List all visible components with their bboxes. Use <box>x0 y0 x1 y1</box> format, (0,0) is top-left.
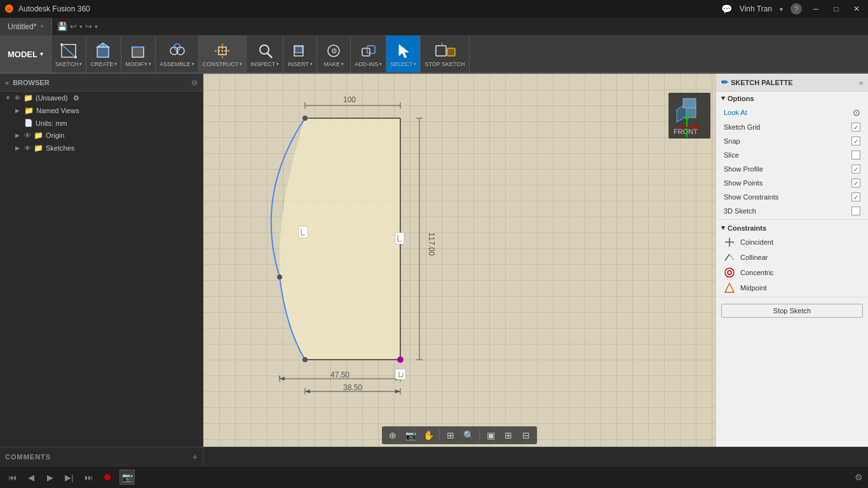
options-section-title[interactable]: ▾ Options <box>716 92 868 105</box>
viewport-zoom-btn[interactable]: 🔍 <box>460 428 477 443</box>
named-views-expand-icon[interactable]: ▶ <box>15 107 22 114</box>
named-views-label: Named Views <box>36 107 79 114</box>
svg-text:⚙: ⚙ <box>331 47 337 55</box>
sketch-drawing[interactable]: 100 117.00 47.50 38.50 <box>222 86 540 447</box>
palette-item-3d-sketch[interactable]: 3D Sketch <box>716 204 868 218</box>
model-button[interactable]: MODEL ▾ <box>0 36 51 72</box>
sketch-grid-checkbox[interactable]: ✓ <box>851 123 860 132</box>
show-points-label: Show Points <box>724 179 763 187</box>
constraint-coincident[interactable]: Coincident <box>716 234 868 250</box>
undo-arrow-icon[interactable]: ▾ <box>79 24 83 30</box>
maximize-button[interactable]: □ <box>830 3 843 15</box>
3d-sketch-checkbox[interactable] <box>851 207 860 215</box>
palette-expand-icon[interactable]: » <box>859 79 863 86</box>
comments-add-icon[interactable]: + <box>193 452 198 462</box>
addins-toolbar-icon <box>356 41 381 61</box>
settings-icon[interactable]: ⚙ <box>855 472 863 482</box>
undo-icon[interactable]: ↩ <box>70 22 77 31</box>
sketches-eye-icon[interactable]: 👁 <box>24 144 31 152</box>
nav-next-btn[interactable]: ▶| <box>62 470 76 484</box>
svg-rect-27 <box>447 48 455 56</box>
toolbar-addins[interactable]: ADD-INS ▾ <box>351 36 386 72</box>
browser-item-sketches[interactable]: ▶ 👁 📁 Sketches <box>0 142 203 154</box>
record-button[interactable] <box>100 470 114 484</box>
palette-item-show-constraints[interactable]: Show Constraints ✓ <box>716 190 868 204</box>
stop-sketch-button[interactable]: Stop Sketch <box>721 304 863 318</box>
viewport-display2-btn[interactable]: ⊞ <box>500 428 517 443</box>
show-constraints-checkbox[interactable]: ✓ <box>851 193 860 201</box>
document-tab[interactable]: Untitled* × <box>0 18 52 35</box>
palette-item-look-at[interactable]: Look At ⊙ <box>716 105 868 120</box>
redo-icon[interactable]: ↪ <box>85 22 92 31</box>
toolbar-inspect[interactable]: INSPECT ▾ <box>247 36 283 72</box>
nav-last-btn[interactable]: ⏭ <box>81 470 95 484</box>
root-eye-icon[interactable]: 👁 <box>14 94 21 102</box>
svg-point-3 <box>74 56 77 58</box>
svg-point-70 <box>397 356 403 363</box>
show-points-checkbox[interactable]: ✓ <box>851 179 860 187</box>
statusbar: ⏮ ◀ ▶ ▶| ⏭ 📷 ⚙ <box>0 466 868 488</box>
constraint-concentric[interactable]: Concentric <box>716 265 868 280</box>
toolbar-make[interactable]: ⚙ MAKE ▾ <box>317 36 351 72</box>
snap-checkbox[interactable]: ✓ <box>851 137 860 146</box>
minimize-button[interactable]: ─ <box>810 3 822 15</box>
toolbar-sketch[interactable]: SKETCH ▾ <box>51 36 87 72</box>
tab-close-icon[interactable]: × <box>40 23 44 30</box>
constraints-label: Constraints <box>728 224 766 232</box>
sketch-toolbar-label: SKETCH ▾ <box>55 61 83 67</box>
constraint-collinear[interactable]: Collinear <box>716 250 868 265</box>
viewport-zoom-fit-btn[interactable]: ⊞ <box>442 428 459 443</box>
viewport-display1-btn[interactable]: ▣ <box>482 428 499 443</box>
toolbar-insert[interactable]: INSERT ▾ <box>283 36 317 72</box>
nav-prev-btn[interactable]: ◀ <box>24 470 38 484</box>
toolbar-modify[interactable]: MODIFY ▾ <box>121 36 156 72</box>
root-expand-icon[interactable]: ▼ <box>5 95 11 101</box>
help-button[interactable]: ? <box>790 3 802 15</box>
inspect-toolbar-icon <box>252 41 278 61</box>
browser-item-origin[interactable]: ▶ 👁 📁 Origin <box>0 129 203 142</box>
constraints-section-title[interactable]: ▾ Constraints <box>716 221 868 234</box>
browser-item-named-views[interactable]: ▶ 📁 Named Views <box>0 104 203 117</box>
statusbar-right: ⚙ <box>855 472 863 482</box>
browser-item-units[interactable]: 📄 Units: mm <box>0 117 203 129</box>
screenshot-button[interactable]: 📷 <box>119 470 135 485</box>
sketches-expand-icon[interactable]: ▶ <box>15 145 22 151</box>
slice-checkbox[interactable] <box>851 151 860 159</box>
midpoint-icon <box>724 282 735 294</box>
palette-item-slice[interactable]: Slice <box>716 148 868 162</box>
viewport-display3-btn[interactable]: ⊟ <box>518 428 534 443</box>
show-profile-checkbox[interactable]: ✓ <box>851 165 860 173</box>
origin-expand-icon[interactable]: ▶ <box>15 132 22 139</box>
nav-first-btn[interactable]: ⏮ <box>5 470 19 484</box>
chat-icon[interactable]: 💬 <box>721 4 732 14</box>
svg-rect-24 <box>436 46 446 56</box>
constraint-midpoint[interactable]: Midpoint <box>716 280 868 295</box>
viewport[interactable]: FRONT Y X 1 <box>203 74 715 447</box>
user-name[interactable]: Vinh Tran <box>740 4 772 13</box>
toolbar-select[interactable]: SELECT ▾ <box>386 36 421 72</box>
viewport-pan-btn[interactable]: ✋ <box>420 428 437 443</box>
viewport-fit-btn[interactable]: ⊕ <box>384 428 401 443</box>
toolbar: MODEL ▾ SKETCH ▾ CREATE ▾ MODIFY ▾ <box>0 36 868 74</box>
toolbar-construct[interactable]: CONSTRUCT ▾ <box>199 36 247 72</box>
redo-arrow-icon[interactable]: ▾ <box>95 24 98 30</box>
palette-item-show-profile[interactable]: Show Profile ✓ <box>716 162 868 176</box>
model-dropdown-icon: ▾ <box>40 51 43 57</box>
toolbar-stop-sketch[interactable]: STOP SKETCH <box>421 36 469 72</box>
nav-play-btn[interactable]: ▶ <box>43 470 57 484</box>
root-gear-icon[interactable]: ⚙ <box>73 94 79 102</box>
look-at-link[interactable]: Look At <box>724 109 747 116</box>
browser-settings-icon[interactable]: ⊖ <box>191 78 198 87</box>
toolbar-create[interactable]: CREATE ▾ <box>86 36 121 72</box>
origin-eye-icon[interactable]: 👁 <box>24 132 31 139</box>
browser-collapse-icon[interactable]: « <box>5 79 9 86</box>
browser-item-root[interactable]: ▼ 👁 📁 (Unsaved) ⚙ <box>0 92 203 104</box>
user-dropdown-icon[interactable]: ▾ <box>780 6 783 13</box>
palette-item-show-points[interactable]: Show Points ✓ <box>716 176 868 190</box>
close-button[interactable]: ✕ <box>850 3 863 15</box>
viewport-camera-btn[interactable]: 📷 <box>402 428 419 443</box>
palette-item-sketch-grid[interactable]: Sketch Grid ✓ <box>716 120 868 134</box>
save-icon[interactable]: 💾 <box>57 22 67 31</box>
toolbar-assemble[interactable]: ASSEMBLE ▾ <box>156 36 199 72</box>
palette-item-snap[interactable]: Snap ✓ <box>716 134 868 148</box>
